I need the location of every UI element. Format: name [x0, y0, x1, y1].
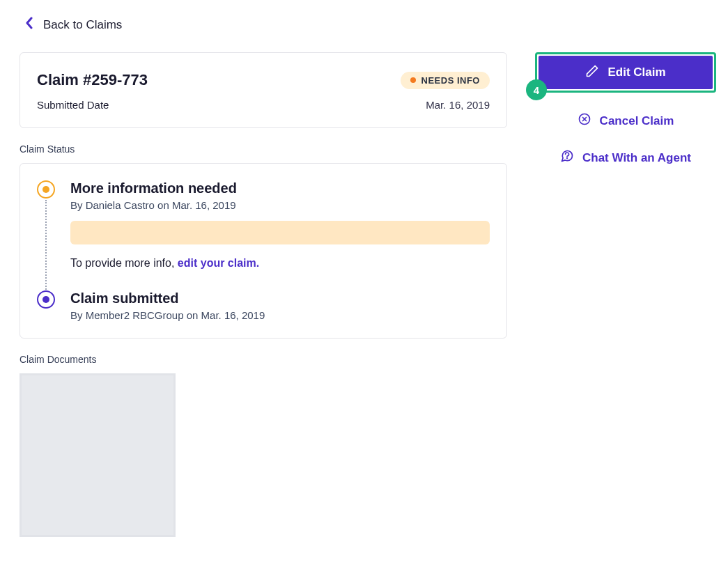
pencil-icon: [585, 64, 599, 81]
chat-agent-label: Chat With an Agent: [582, 151, 691, 165]
claim-status-section-label: Claim Status: [20, 143, 507, 155]
back-label: Back to Claims: [43, 18, 122, 32]
badge-dot-icon: [410, 77, 416, 83]
chevron-left-icon: [25, 17, 33, 33]
submitted-date-value: Mar. 16, 2019: [426, 99, 490, 111]
timeline-dot-icon: [37, 180, 55, 199]
timeline-byline: By Member2 RBCGroup on Mar. 16, 2019: [70, 309, 490, 321]
edit-claim-highlight: Edit Claim 4: [535, 52, 716, 93]
step-number-badge: 4: [526, 79, 547, 100]
timeline-item-more-info: More information needed By Daniela Castr…: [37, 180, 490, 290]
badge-text: NEEDS INFO: [421, 75, 480, 86]
claim-title: Claim #259-773: [37, 71, 148, 89]
cancel-claim-label: Cancel Claim: [600, 114, 674, 128]
chat-icon: [560, 149, 574, 166]
claim-status-card: More information needed By Daniela Castr…: [20, 163, 507, 339]
claim-documents-section-label: Claim Documents: [20, 354, 507, 365]
timeline-item-submitted: Claim submitted By Member2 RBCGroup on M…: [37, 290, 490, 321]
claim-header-card: Claim #259-773 NEEDS INFO Submitted Date…: [20, 52, 507, 128]
back-to-claims-link[interactable]: Back to Claims: [25, 17, 122, 33]
chat-with-agent-button[interactable]: Chat With an Agent: [560, 149, 691, 166]
provide-prefix: To provide more info,: [70, 257, 178, 269]
submitted-date-label: Submitted Date: [37, 99, 109, 111]
timeline-byline: By Daniela Castro on Mar. 16, 2019: [70, 199, 490, 211]
status-badge: NEEDS INFO: [401, 72, 490, 89]
timeline-connector: [45, 200, 47, 292]
edit-claim-label: Edit Claim: [607, 65, 665, 79]
provide-info-text: To provide more info, edit your claim.: [70, 257, 490, 270]
side-actions: Edit Claim 4 Cancel Claim: [535, 52, 716, 166]
timeline-title: More information needed: [70, 180, 490, 196]
main-content: Claim #259-773 NEEDS INFO Submitted Date…: [20, 52, 507, 537]
timeline-dot-icon: [37, 290, 55, 309]
info-notice-bar: [70, 221, 490, 244]
svg-point-3: [567, 158, 568, 159]
edit-claim-button[interactable]: Edit Claim: [539, 56, 713, 89]
edit-your-claim-link[interactable]: edit your claim.: [178, 257, 259, 269]
timeline-title: Claim submitted: [70, 290, 490, 306]
document-thumbnail[interactable]: [20, 373, 176, 537]
cancel-claim-button[interactable]: Cancel Claim: [578, 112, 674, 130]
close-circle-icon: [578, 112, 591, 130]
